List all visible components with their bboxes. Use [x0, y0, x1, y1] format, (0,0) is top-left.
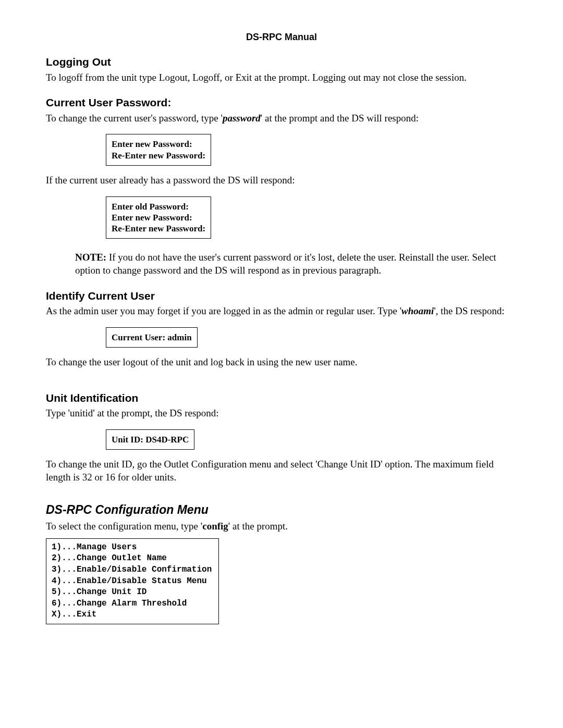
document-header: DS-RPC Manual: [46, 31, 517, 43]
command-password: password: [223, 113, 261, 124]
note-label: NOTE:: [75, 252, 106, 263]
terminal-box-current-user: Current User: admin: [106, 327, 198, 348]
text-fragment: To select the configuration menu, type ': [46, 521, 202, 532]
terminal-box-unit-id: Unit ID: DS4D-RPC: [106, 429, 194, 450]
body-identify-after: To change the user logout of the unit an…: [46, 356, 517, 369]
terminal-box-new-password: Enter new Password: Re-Enter new Passwor…: [106, 134, 211, 166]
body-logging-out: To logoff from the unit type Logout, Log…: [46, 71, 517, 84]
body-config-intro: To select the configuration menu, type '…: [46, 520, 517, 533]
heading-unit-identification: Unit Identification: [46, 391, 517, 405]
body-unitid-intro: Type 'unitid' at the prompt, the DS resp…: [46, 407, 517, 420]
body-identify-intro: As the admin user you may forget if you …: [46, 305, 517, 318]
command-config: config: [202, 521, 228, 532]
terminal-box-config-menu: 1)...Manage Users 2)...Change Outlet Nam…: [46, 538, 219, 624]
heading-config-menu: DS-RPC Configuration Menu: [46, 502, 517, 518]
body-unitid-after: To change the unit ID, go the Outlet Con…: [46, 458, 517, 484]
note-body: If you do not have the user's current pa…: [75, 252, 496, 276]
text-fragment: ' at the prompt.: [228, 521, 288, 532]
terminal-box-old-password: Enter old Password: Enter new Password: …: [106, 196, 211, 239]
command-whoami: whoami: [401, 305, 434, 316]
text-fragment: ', the DS respond:: [434, 305, 504, 316]
body-password-mid: If the current user already has a passwo…: [46, 174, 517, 187]
body-password-intro: To change the current user's password, t…: [46, 112, 517, 125]
note-block: NOTE: If you do not have the user's curr…: [75, 251, 517, 277]
text-fragment: To change the current user's password, t…: [46, 113, 223, 124]
heading-logging-out: Logging Out: [46, 55, 517, 69]
text-fragment: ' at the prompt and the DS will respond:: [261, 113, 419, 124]
text-fragment: As the admin user you may forget if you …: [46, 305, 401, 316]
heading-identify-current-user: Identify Current User: [46, 289, 517, 303]
heading-current-user-password: Current User Password:: [46, 95, 517, 109]
